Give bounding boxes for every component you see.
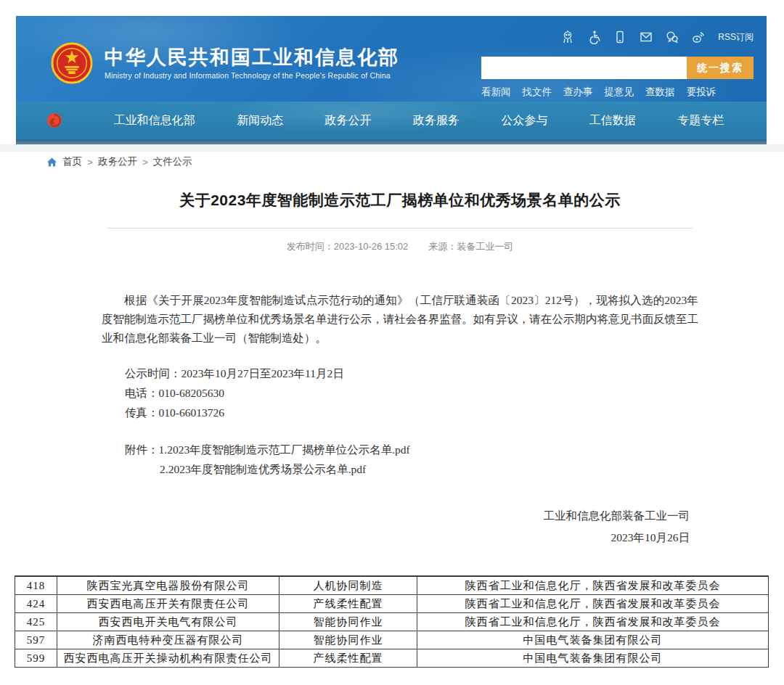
article-meta: 发布时间：2023-10-26 15:02 来源：装备工业一司 (102, 240, 698, 253)
table-cell-number: 425 (15, 613, 57, 631)
site-brand[interactable]: 中华人民共和国工业和信息化部 Ministry of Industry and … (51, 42, 399, 84)
page-title: 关于2023年度智能制造示范工厂揭榜单位和优秀场景名单的公示 (102, 190, 698, 210)
header-icon-row: RSS订阅 (481, 28, 754, 46)
article: 关于2023年度智能制造示范工厂揭榜单位和优秀场景名单的公示 发布时间：2023… (102, 190, 698, 549)
accessibility-icon[interactable] (586, 30, 601, 45)
table-cell-company: 济南西电特种变压器有限公司 (57, 631, 279, 649)
table-cell-scene: 人机协同制造 (279, 576, 417, 595)
nav-item-gov-disclosure[interactable]: 政务公开 (325, 113, 372, 128)
national-emblem-icon (51, 42, 93, 84)
publicity-table: 418 陕西宝光真空电器股份有限公司 人机协同制造 陕西省工业和信息化厅，陕西省… (15, 575, 769, 668)
table-cell-company: 西安西电开关电气有限公司 (57, 613, 279, 631)
table-cell-scene: 产线柔性配置 (279, 649, 417, 668)
nav-item-miit-data[interactable]: 工信数据 (589, 113, 636, 128)
main-nav: 工业和信息化部 新闻动态 政务公开 政务服务 公众参与 工信数据 专题专栏 (16, 102, 767, 139)
breadcrumb-separator: > (87, 157, 93, 168)
quick-link-data[interactable]: 查数据 (645, 86, 675, 99)
nav-bottom-strip (16, 139, 767, 144)
table-cell-scene: 产线柔性配置 (279, 595, 417, 613)
weibo-icon[interactable] (690, 30, 706, 45)
breadcrumb-file-publicity[interactable]: 文件公示 (153, 155, 192, 168)
table-row: 418 陕西宝光真空电器股份有限公司 人机协同制造 陕西省工业和信息化厅，陕西省… (15, 576, 769, 595)
nav-item-special-columns[interactable]: 专题专栏 (677, 113, 724, 128)
table-cell-company: 西安西电高压开关有限责任公司 (57, 595, 279, 613)
search-button[interactable]: 统一搜索 (687, 57, 754, 79)
table-cell-org: 陕西省工业和信息化厅，陕西省发展和改革委员会 (417, 576, 769, 595)
fax-line: 传真：010-66013726 (125, 403, 698, 422)
table-cell-number: 424 (15, 595, 57, 613)
breadcrumb-separator: > (142, 157, 148, 168)
site-title: 中华人民共和国工业和信息化部 (105, 46, 399, 68)
nav-item-news[interactable]: 新闻动态 (237, 113, 283, 128)
nav-logo-icon (45, 111, 64, 130)
quick-link-files[interactable]: 找文件 (523, 86, 552, 99)
breadcrumb-home[interactable]: 首页 (62, 155, 82, 168)
phone-line: 电话：010-68205630 (125, 383, 698, 403)
header-right: RSS订阅 统一搜索 看新闻 找文件 查办事 提意见 查数据 要投诉 (481, 28, 754, 99)
site-subtitle: Ministry of Industry and Information Tec… (105, 71, 399, 80)
table-cell-company: 陕西宝光真空电器股份有限公司 (57, 576, 279, 595)
quick-link-news[interactable]: 看新闻 (481, 86, 511, 99)
publish-time: 发布时间：2023-10-26 15:02 (287, 240, 409, 253)
table-row: 597 济南西电特种变压器有限公司 智能协同作业 中国电气装备集团有限公司 (15, 631, 769, 649)
table-row: 599 西安西电高压开关操动机构有限责任公司 产线柔性配置 中国电气装备集团有限… (15, 649, 769, 668)
wechat-icon[interactable] (664, 30, 679, 45)
mobile-icon[interactable] (612, 30, 627, 45)
attachment-label: 附件： (125, 443, 159, 456)
nav-item-gov-services[interactable]: 政务服务 (413, 113, 460, 128)
table-cell-number: 599 (15, 649, 57, 668)
notice-time-line: 公示时间：2023年10月27日至2023年11月2日 (125, 364, 698, 383)
breadcrumb-gov-disclosure[interactable]: 政务公开 (98, 155, 137, 168)
table-cell-org: 中国电气装备集团有限公司 (417, 631, 769, 649)
table-cell-org: 中国电气装备集团有限公司 (417, 649, 769, 668)
attachment-line-1: 附件：1.2023年度智能制造示范工厂揭榜单位公示名单.pdf (125, 440, 698, 459)
attachment-link-1[interactable]: 1.2023年度智能制造示范工厂揭榜单位公示名单.pdf (159, 443, 410, 456)
nav-item-ministry[interactable]: 工业和信息化部 (114, 113, 195, 128)
table-cell-number: 597 (15, 631, 57, 649)
nav-item-public-participation[interactable]: 公众参与 (501, 113, 547, 128)
article-body: 根据《关于开展2023年度智能制造试点示范行动的通知》（工信厅联通装函〔2023… (102, 291, 698, 549)
search-input[interactable] (481, 57, 687, 79)
search-bar: 统一搜索 (481, 57, 754, 79)
page-divider-strip (0, 144, 784, 152)
table-row: 424 西安西电高压开关有限责任公司 产线柔性配置 陕西省工业和信息化厅，陕西省… (15, 595, 769, 613)
quick-link-services[interactable]: 查办事 (563, 86, 593, 99)
quick-link-feedback[interactable]: 提意见 (605, 86, 634, 99)
table-cell-org: 陕西省工业和信息化厅，陕西省发展和改革委员会 (417, 595, 769, 613)
rss-link[interactable]: RSS订阅 (718, 31, 754, 44)
table-cell-number: 418 (15, 576, 57, 595)
nav-items: 工业和信息化部 新闻动态 政务公开 政务服务 公众参与 工信数据 专题专栏 (64, 113, 767, 128)
signature-org: 工业和信息化部装备工业一司 (102, 505, 698, 527)
mail-icon[interactable] (638, 30, 653, 45)
mascot-robot-icon[interactable] (560, 30, 575, 45)
breadcrumb: 首页 > 政务公开 > 文件公示 (46, 155, 192, 168)
table-cell-company: 西安西电高压开关操动机构有限责任公司 (57, 649, 279, 668)
site-header: 中华人民共和国工业和信息化部 Ministry of Industry and … (16, 16, 767, 102)
table-row: 425 西安西电开关电气有限公司 智能协同作业 陕西省工业和信息化厅，陕西省发展… (15, 613, 769, 631)
table-cell-org: 陕西省工业和信息化厅，陕西省发展和改革委员会 (417, 613, 769, 631)
quick-links: 看新闻 找文件 查办事 提意见 查数据 要投诉 (481, 86, 754, 99)
page: 中华人民共和国工业和信息化部 Ministry of Industry and … (0, 0, 784, 685)
title-divider (107, 228, 693, 229)
home-icon[interactable] (46, 157, 57, 168)
source: 来源：装备工业一司 (428, 240, 513, 253)
table-cell-scene: 智能协同作业 (279, 613, 417, 631)
quick-link-complaint[interactable]: 要投诉 (687, 86, 716, 99)
attachment-link-2[interactable]: 2.2023年度智能制造优秀场景公示名单.pdf (160, 459, 698, 479)
signature-date: 2023年10月26日 (102, 527, 698, 549)
article-paragraph: 根据《关于开展2023年度智能制造试点示范行动的通知》（工信厅联通装函〔2023… (102, 291, 698, 348)
table-cell-scene: 智能协同作业 (279, 631, 417, 649)
